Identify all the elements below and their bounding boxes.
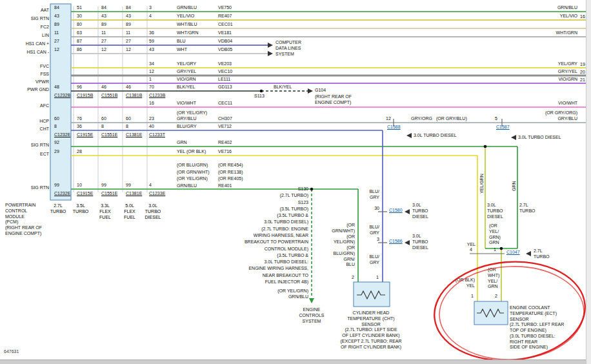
pin-number: 19: [580, 62, 585, 68]
ground-location-label: (RIGHT REAR OF ENGINE COMPT): [315, 94, 352, 106]
connector-link[interactable]: C1915E: [77, 191, 93, 196]
connector-link[interactable]: C1047: [506, 250, 520, 256]
connector-link[interactable]: C1233T: [149, 132, 165, 137]
connector-link[interactable]: C1586: [389, 239, 403, 245]
circuit-label: CEC01: [218, 22, 276, 28]
ect-caption: ENGINE COOLANT TEMPERATURE (ECT) SENSOR …: [510, 305, 582, 350]
pin-number: 84: [54, 5, 59, 10]
connector-link[interactable]: C1915B: [77, 93, 93, 97]
connector-link[interactable]: C1587: [496, 125, 510, 130]
pin-number: 3: [149, 5, 152, 10]
connector-link[interactable]: C1381E: [126, 132, 142, 137]
pin-number: 46: [126, 85, 131, 89]
circuit-label: LE111: [218, 77, 276, 83]
arrow-left-icon: [405, 209, 410, 214]
connector-link[interactable]: C1588: [387, 125, 401, 130]
connector-link[interactable]: C1551B: [101, 93, 117, 97]
pin-number: 12: [101, 47, 106, 52]
wire-color-label: YEL/GRN: [479, 174, 484, 194]
connector-link[interactable]: C1551E: [101, 191, 117, 196]
wire-color-label: BLK/YEL: [274, 85, 292, 90]
pin-number: 11: [126, 30, 130, 35]
diagram-number: 647631: [4, 349, 19, 355]
pin-label: AFC: [9, 103, 49, 109]
wire-color-label: (OR BLK) YEL: [450, 278, 475, 289]
connector-link[interactable]: C1232E: [54, 132, 70, 137]
wire-color-label: GRY/YEL: [536, 69, 577, 75]
engine-variant-label: 3.0L TURBO DIESEL: [518, 135, 561, 141]
connector-link[interactable]: C1551E: [101, 132, 117, 137]
wire-color-label: VIO/WHT: [177, 101, 222, 106]
pin-label: PWR GND: [9, 87, 49, 93]
pin-number: 60: [54, 116, 59, 121]
pin-number: 86: [77, 47, 82, 52]
scrollbar-vertical[interactable]: [586, 0, 591, 364]
wire-color-label: GRN: [177, 140, 222, 146]
pin-number: 4: [470, 247, 472, 253]
circuit-label: VE203: [218, 61, 276, 67]
connector-link[interactable]: C1232B: [54, 93, 70, 97]
wire-color-label: WHT/BLU: [177, 22, 222, 28]
pin-number: 51: [77, 5, 82, 10]
pin-number: 99: [101, 183, 106, 187]
engine-variant-label: 3.0L TURBO DIESEL: [412, 234, 428, 250]
wire-color-label: VIO/GRN: [536, 77, 577, 83]
wire-color-label: WHT/GRN: [177, 30, 222, 36]
wire-color-label: WHT/GRN: [536, 30, 577, 36]
pin-number: 48: [54, 85, 59, 89]
pin-label: HCP: [9, 119, 49, 125]
connector-link[interactable]: C1232E: [54, 191, 70, 196]
pcm-box: [50, 4, 71, 200]
connector-link[interactable]: C1381E: [126, 191, 142, 196]
pin-number: 1: [471, 294, 474, 299]
pcm-title: POWERTRAIN CONTROL MODULE (PCM) (RIGHT R…: [5, 203, 57, 237]
pin-number: 63: [77, 30, 82, 35]
pin-number: 3: [370, 237, 379, 243]
pin-label: CHT: [9, 126, 49, 132]
connector-link[interactable]: C1915E: [77, 132, 93, 137]
pin-number: 5: [495, 116, 497, 122]
pin-number: 1: [149, 77, 152, 81]
scrollbar-horizontal[interactable]: [0, 359, 586, 364]
wire-color-label: YEL/VIO: [177, 14, 222, 19]
wire-color-label: VIO/WHT: [536, 101, 577, 106]
pin-number: 99: [54, 183, 59, 187]
pin-number: 4: [149, 14, 152, 18]
circuit-label: GD113: [218, 85, 276, 90]
pin-number: 96: [77, 85, 82, 89]
pin-number: 16: [580, 14, 585, 20]
pin-label: ECT: [9, 152, 49, 157]
wire-color-label: BLU/ GRY: [361, 254, 379, 266]
ground-g104-label: G104: [315, 88, 326, 94]
connector-link[interactable]: C1580: [389, 208, 403, 214]
pin-number: 20: [580, 70, 585, 76]
connector-link[interactable]: C1381B: [126, 93, 142, 97]
pin-label: AAT: [9, 8, 49, 14]
pin-number: 2: [495, 294, 497, 299]
computer-data-lines-label: COMPUTER DATA LINES SYSTEM: [275, 40, 301, 57]
circuit-label: RE407: [218, 14, 276, 19]
wire-color-label: GRN/BLU: [177, 5, 222, 11]
connector-link[interactable]: C1233B: [149, 93, 165, 97]
pin-number: 28: [77, 149, 82, 154]
pin-number: 34: [149, 61, 154, 66]
pin-number: 40: [149, 124, 154, 128]
circuit-label: VDB05: [218, 47, 276, 53]
pin-label: SIG RTN: [9, 16, 49, 22]
wire-color-label: GRN: [512, 181, 516, 191]
pin-number: 43: [101, 14, 106, 18]
arrow-left-icon: [511, 135, 516, 140]
pin-label: VPWR: [9, 79, 49, 85]
pin-number: 92: [54, 140, 59, 145]
wire-color-label: GRN/BLU: [536, 5, 577, 11]
circuit-label: VEC10: [218, 69, 276, 75]
wire-color-label: WHT: [177, 47, 222, 53]
engine-variant-label: 3.0L TURBO DIESEL: [140, 203, 166, 220]
pin-number: 8: [126, 124, 128, 128]
wire-color-label: (OR WHT) YEL/ GRN: [488, 267, 500, 290]
pin-number: 29: [54, 149, 59, 154]
wire-color-label: BLK/YEL: [177, 85, 222, 90]
pin-number: 11: [101, 30, 106, 35]
cht-caption: CYLINDER HEAD TEMPERATURE (CHT) SENSOR (…: [331, 310, 411, 350]
connector-link[interactable]: C1233E: [149, 191, 165, 196]
